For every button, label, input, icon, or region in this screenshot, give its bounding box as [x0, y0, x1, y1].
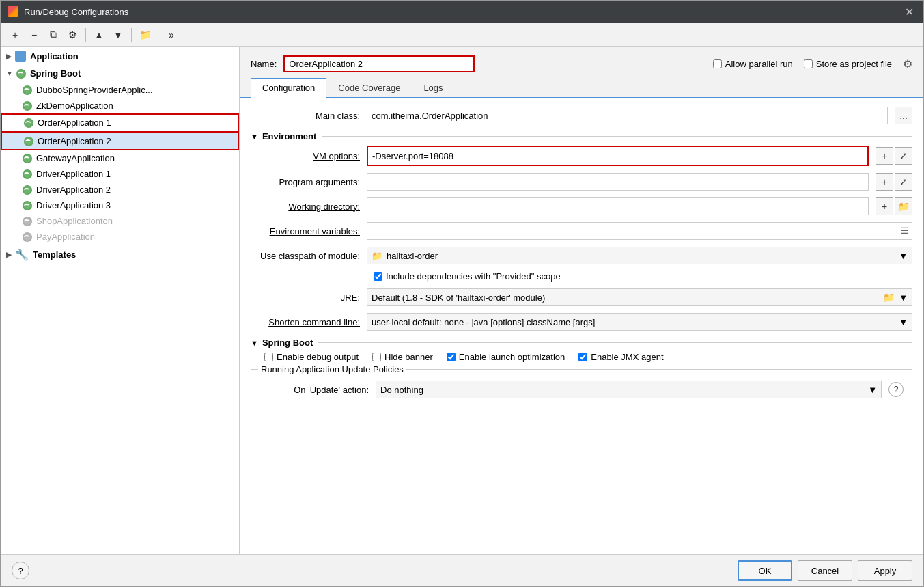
copy-button[interactable]: ⧉	[44, 26, 62, 44]
application-group-label: Application	[30, 51, 79, 62]
sidebar-group-templates-header[interactable]: ▶ 🔧 Templates	[1, 245, 239, 264]
sidebar-item-zk-demo[interactable]: ZkDemoApplication	[1, 98, 239, 113]
classpath-folder-icon: 📁	[372, 251, 382, 261]
driver-3-label: DriverApplication 3	[36, 200, 111, 210]
toolbar-separator-3	[158, 28, 158, 42]
include-deps-text: Include dependencies with "Provided" sco…	[386, 271, 561, 282]
sidebar-item-order-app-2[interactable]: OrderApplication 2	[1, 132, 239, 150]
tab-configuration[interactable]: Configuration	[251, 78, 326, 98]
enable-debug-checkbox[interactable]	[264, 353, 273, 361]
run-debug-dialog: Run/Debug Configurations ✕ + − ⧉ ⚙ ▲ ▼ 📁…	[0, 0, 924, 587]
shorten-dropdown-arrow: ▼	[899, 317, 908, 327]
ok-button[interactable]: OK	[738, 560, 792, 581]
enable-debug-label[interactable]: Enable debug output	[264, 352, 359, 362]
spring-boot-section-header: ▼ Spring Boot	[251, 338, 912, 348]
include-deps-label[interactable]: Include dependencies with "Provided" sco…	[374, 271, 561, 282]
working-dir-browse-button[interactable]: 📁	[895, 197, 912, 215]
environment-divider	[322, 136, 912, 137]
name-row: Name: Allow parallel run Store as projec…	[240, 47, 923, 78]
on-update-value: Do nothing	[380, 385, 423, 395]
settings-button[interactable]: ⚙	[64, 26, 81, 44]
config-panel: Name: Allow parallel run Store as projec…	[240, 47, 923, 554]
sidebar-group-templates: ▶ 🔧 Templates	[1, 245, 239, 264]
vm-options-add-button[interactable]: +	[876, 147, 893, 165]
on-update-select[interactable]: Do nothing ▼	[376, 381, 882, 398]
apply-button[interactable]: Apply	[858, 560, 912, 581]
move-up-button[interactable]: ▲	[90, 26, 108, 44]
spring-boot-arrow: ▼	[251, 339, 258, 347]
sidebar-item-order-app-1[interactable]: OrderApplication 1	[1, 113, 239, 132]
sidebar-group-application: ▶ Application	[1, 47, 239, 65]
env-vars-input[interactable]	[367, 223, 912, 239]
program-args-input[interactable]	[367, 173, 869, 191]
program-args-add-button[interactable]: +	[876, 173, 893, 191]
main-class-browse-button[interactable]: ...	[895, 107, 912, 124]
move-down-button[interactable]: ▼	[109, 26, 127, 44]
more-button[interactable]: »	[163, 26, 180, 44]
sidebar-item-shop[interactable]: ShopApplicationton	[1, 213, 239, 229]
help-button[interactable]: ?	[12, 562, 29, 579]
dubbo-label: DubboSpringProviderApplic...	[36, 85, 153, 95]
dialog-icon	[8, 6, 18, 17]
jre-select[interactable]: Default (1.8 - SDK of 'hailtaxi-order' m…	[367, 288, 912, 306]
sidebar-item-pay[interactable]: PayApplication	[1, 229, 239, 245]
enable-launch-checkbox[interactable]	[447, 353, 456, 361]
allow-parallel-checkbox[interactable]	[713, 59, 722, 68]
tab-logs[interactable]: Logs	[412, 78, 454, 98]
jre-browse-button[interactable]: 📁	[880, 288, 897, 306]
cancel-button[interactable]: Cancel	[798, 560, 852, 581]
enable-jmx-label[interactable]: Enable JMX agent	[578, 352, 663, 362]
sidebar-group-application-header[interactable]: ▶ Application	[1, 47, 239, 65]
allow-parallel-label[interactable]: Allow parallel run	[713, 59, 793, 69]
working-dir-input[interactable]	[367, 197, 869, 215]
sidebar-item-driver-3[interactable]: DriverApplication 3	[1, 197, 239, 213]
sidebar-group-spring-boot-header[interactable]: ▼ Spring Boot	[1, 65, 239, 82]
store-as-project-label[interactable]: Store as project file	[804, 59, 892, 69]
enable-jmx-text: Enable JMX agent	[591, 352, 663, 362]
main-class-input[interactable]	[367, 107, 888, 124]
hide-banner-label[interactable]: Hide banner	[372, 352, 433, 362]
project-settings-button[interactable]: ⚙	[903, 57, 912, 70]
vm-options-input[interactable]	[368, 147, 867, 165]
driver-2-label: DriverApplication 2	[36, 185, 111, 195]
toolbar: + − ⧉ ⚙ ▲ ▼ 📁 »	[1, 23, 923, 47]
folder-button[interactable]: 📁	[136, 26, 154, 44]
on-update-help-button[interactable]: ?	[888, 382, 904, 397]
env-vars-label: Environment variables:	[251, 226, 360, 236]
include-deps-checkbox[interactable]	[374, 272, 382, 281]
order-app-2-label: OrderApplication 2	[38, 136, 111, 146]
sidebar-item-gateway[interactable]: GatewayApplication	[1, 150, 239, 166]
env-vars-icon: ☰	[901, 226, 909, 236]
store-as-project-checkbox[interactable]	[804, 59, 813, 68]
templates-group-label: Templates	[33, 249, 76, 260]
zk-demo-icon	[23, 101, 32, 111]
shorten-select[interactable]: user-local default: none - java [options…	[367, 313, 912, 331]
environment-label: Environment	[262, 131, 316, 141]
hide-banner-text: Hide banner	[384, 352, 433, 362]
sidebar: ▶ Application ▼ Spring Boot DubboSpringP…	[1, 47, 240, 554]
enable-launch-label[interactable]: Enable launch optimization	[447, 352, 565, 362]
title-bar: Run/Debug Configurations ✕	[1, 1, 923, 23]
add-button[interactable]: +	[6, 26, 24, 44]
tab-code-coverage[interactable]: Code Coverage	[326, 78, 412, 98]
env-vars-wrapper: ☰	[367, 222, 912, 240]
close-button[interactable]: ✕	[902, 5, 916, 18]
jre-actions: 📁 ▼	[880, 288, 908, 306]
hide-banner-checkbox[interactable]	[372, 353, 381, 361]
sidebar-item-driver-1[interactable]: DriverApplication 1	[1, 166, 239, 182]
sidebar-item-dubbo[interactable]: DubboSpringProviderApplic...	[1, 82, 239, 98]
remove-button[interactable]: −	[25, 26, 43, 44]
program-args-expand-button[interactable]: ⤢	[895, 173, 912, 191]
jre-row: JRE: Default (1.8 - SDK of 'hailtaxi-ord…	[251, 288, 912, 306]
working-dir-add-button[interactable]: +	[876, 197, 893, 215]
vm-options-expand-button[interactable]: ⤢	[895, 147, 912, 165]
classpath-select[interactable]: 📁 hailtaxi-order ▼	[367, 247, 912, 264]
running-app-title: Running Application Update Policies	[258, 364, 406, 374]
name-input[interactable]	[283, 55, 475, 72]
sidebar-item-driver-2[interactable]: DriverApplication 2	[1, 182, 239, 197]
gateway-icon	[23, 154, 32, 163]
pay-icon	[23, 232, 32, 242]
enable-jmx-checkbox[interactable]	[578, 353, 587, 361]
dubbo-icon	[23, 85, 32, 95]
shop-label: ShopApplicationton	[36, 216, 113, 226]
